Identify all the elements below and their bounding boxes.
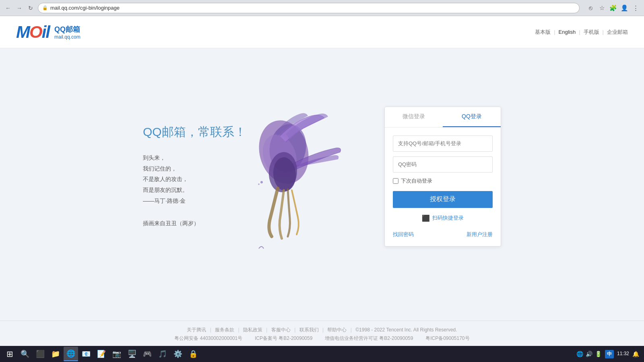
nav-enterprise[interactable]: 企业邮箱 [607, 29, 628, 36]
logo-letters: MOil [16, 24, 50, 41]
quote-line4: 而是朋友的沉默。 [143, 185, 199, 195]
taskbar-search[interactable]: 🔍 [18, 347, 32, 361]
taskbar-app4[interactable]: 🔒 [186, 347, 200, 361]
refresh-button[interactable]: ↻ [27, 4, 35, 12]
qr-icon: ⬛ [422, 214, 430, 222]
art-figure [223, 112, 344, 257]
footer-privacy[interactable]: 隐私政策 [243, 327, 262, 333]
promo-area: QQ邮箱，常联系！ 到头来， 我们记住的， 不是敌人的攻击， 而是朋友的沉默。 … [143, 124, 352, 229]
login-box: 微信登录 QQ登录 下次自动登录 授权登录 ⬛ 扫码快捷登录 找回密码 新用户注… [384, 107, 501, 247]
taskbar: ⊞ 🔍 ⬛ 📁 🌐 📧 📝 📷 🖥️ 🎮 🎵 ⚙️ 🔒 🌐 🔊 🔋 中 11:3… [0, 346, 644, 362]
back-button[interactable]: ← [4, 4, 12, 12]
login-tabs: 微信登录 QQ登录 [385, 107, 501, 128]
input-lang-indicator[interactable]: 中 [605, 350, 614, 358]
lock-icon: 🔒 [42, 5, 48, 10]
footer-links-line: 关于腾讯 | 服务条款 | 隐私政策 | 客服中心 | 联系我们 | 帮助中心 … [0, 327, 644, 333]
notification-icon[interactable]: 🔔 [632, 351, 639, 357]
nav-basic[interactable]: 基本版 [535, 29, 551, 36]
header-nav: 基本版 | English | 手机版 | 企业邮箱 [535, 29, 628, 36]
logo-area: MOil QQ邮箱 mail.qq.com [16, 24, 80, 41]
content-wrapper: QQ邮箱，常联系！ 到头来， 我们记住的， 不是敌人的攻击， 而是朋友的沉默。 … [143, 107, 501, 247]
taskbar-app1[interactable]: 🎮 [140, 347, 155, 361]
bookmark-icon[interactable]: ☆ [597, 4, 606, 12]
taskbar-icons: 🔍 ⬛ 📁 🌐 📧 📝 📷 🖥️ 🎮 🎵 ⚙️ 🔒 [18, 347, 576, 361]
footer-icp-line: 粤公网安备 44030002000001号 ICP备案号 粤B2-2009005… [0, 335, 644, 342]
login-form: 下次自动登录 授权登录 ⬛ 扫码快捷登录 [385, 128, 501, 226]
start-button[interactable]: ⊞ [2, 346, 18, 362]
taskbar-note[interactable]: 📝 [94, 347, 109, 361]
quote-line2: 我们记住的， [143, 163, 199, 174]
forgot-password-link[interactable]: 找回密码 [393, 231, 414, 238]
taskbar-taskview[interactable]: ⬛ [33, 347, 47, 361]
logo-qq-mail: QQ邮箱 [54, 25, 80, 34]
password-input[interactable] [393, 156, 493, 173]
nav-sep3: | [603, 29, 604, 35]
svg-point-6 [258, 183, 260, 185]
footer-icp4: 粤ICP备09005170号 [425, 335, 469, 341]
footer-contact[interactable]: 联系我们 [299, 327, 319, 333]
main-content: QQ邮箱，常联系！ 到头来， 我们记住的， 不是敌人的攻击， 而是朋友的沉默。 … [0, 48, 644, 321]
nav-sep1: | [554, 29, 555, 35]
taskbar-mail[interactable]: 📧 [79, 347, 93, 361]
quote-line1: 到头来， [143, 152, 199, 163]
quote-author: ——马丁·路德·金 [143, 195, 199, 206]
promo-quote: 到头来， 我们记住的， 不是敌人的攻击， 而是朋友的沉默。 ——马丁·路德·金 … [143, 152, 199, 229]
forward-button[interactable]: → [15, 4, 23, 12]
quote-source: 插画来自丑丑（两岁） [143, 218, 199, 229]
profile-icon[interactable]: 👤 [620, 4, 629, 12]
site-header: MOil QQ邮箱 mail.qq.com 基本版 | English | 手机… [0, 16, 644, 48]
footer-terms[interactable]: 服务条款 [215, 327, 234, 333]
taskbar-app3[interactable]: ⚙️ [171, 347, 185, 361]
taskbar-network[interactable]: 🌐 [576, 351, 583, 357]
footer-icp3: 增值电信业务经营许可证 粤B2-20090059 [325, 335, 413, 341]
taskbar-battery[interactable]: 🔋 [595, 351, 602, 357]
share-icon[interactable]: ⎋ [586, 4, 595, 12]
quote-line3: 不是敌人的攻击， [143, 174, 199, 185]
footer-help[interactable]: 帮助中心 [327, 327, 347, 333]
footer-icp2: ICP备案号 粤B2-20090059 [255, 335, 312, 341]
auto-login-row: 下次自动登录 [393, 177, 493, 185]
url-text: mail.qq.com/cgi-bin/loginpage [50, 5, 120, 11]
auto-login-checkbox[interactable] [393, 178, 398, 184]
qr-login-link[interactable]: ⬛ 扫码快捷登录 [393, 214, 493, 222]
nav-english[interactable]: English [559, 29, 576, 35]
svg-point-5 [260, 181, 263, 183]
footer-service[interactable]: 客服中心 [271, 327, 291, 333]
browser-chrome: ← → ↻ 🔒 mail.qq.com/cgi-bin/loginpage ⎋ … [0, 0, 644, 16]
taskbar-browser[interactable]: 🌐 [64, 347, 78, 361]
site-footer: 关于腾讯 | 服务条款 | 隐私政策 | 客服中心 | 联系我们 | 帮助中心 … [0, 321, 644, 346]
taskbar-camera[interactable]: 📷 [109, 347, 124, 361]
logo-url: mail.qq.com [54, 34, 80, 40]
footer-copyright: ©1998 - 2022 Tencent Inc. All Rights Res… [355, 327, 457, 333]
logo-text: QQ邮箱 mail.qq.com [54, 25, 80, 40]
browser-actions: ⎋ ☆ 🧩 👤 ⋮ [586, 4, 640, 12]
login-button[interactable]: 授权登录 [393, 191, 493, 208]
nav-mobile[interactable]: 手机版 [584, 29, 599, 36]
qr-login-text: 扫码快捷登录 [432, 214, 464, 222]
taskbar-app2[interactable]: 🎵 [155, 347, 170, 361]
taskbar-sys-icons: 🌐 🔊 🔋 [576, 351, 602, 357]
login-footer: 找回密码 新用户注册 [385, 226, 501, 238]
taskbar-sound[interactable]: 🔊 [586, 351, 592, 357]
auto-login-label: 下次自动登录 [401, 177, 432, 185]
tab-wechat[interactable]: 微信登录 [385, 107, 443, 127]
taskbar-clock: 11:32 [617, 351, 629, 357]
address-bar[interactable]: 🔒 mail.qq.com/cgi-bin/loginpage [38, 3, 580, 13]
taskbar-office[interactable]: 🖥️ [125, 347, 139, 361]
account-input[interactable] [393, 136, 493, 152]
menu-icon[interactable]: ⋮ [631, 4, 640, 12]
footer-icp1: 粤公网安备 44030002000001号 [174, 335, 242, 341]
taskbar-explorer[interactable]: 📁 [48, 347, 63, 361]
nav-sep2: | [579, 29, 580, 35]
taskbar-right: 🌐 🔊 🔋 中 11:32 🔔 [576, 350, 642, 358]
footer-about[interactable]: 关于腾讯 [187, 327, 206, 333]
register-link[interactable]: 新用户注册 [466, 231, 493, 238]
tab-qq[interactable]: QQ登录 [443, 107, 501, 127]
extensions-icon[interactable]: 🧩 [609, 4, 617, 12]
taskbar-time-display: 11:32 [617, 351, 629, 357]
